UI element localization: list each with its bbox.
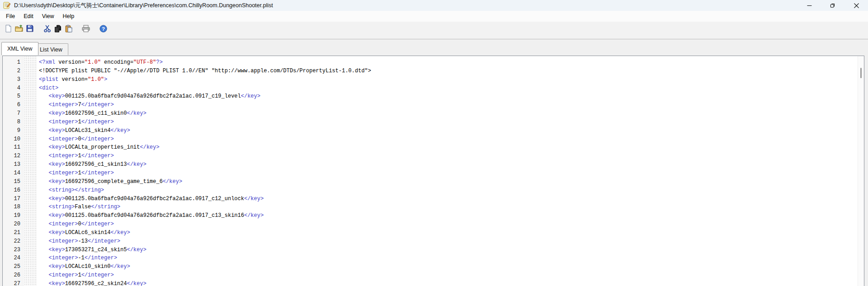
code-line: 12 <integer>1</integer> bbox=[3, 152, 858, 160]
tab-list-view[interactable]: List View bbox=[34, 43, 68, 55]
line-content: <key>166927596_c1_skin13</key> bbox=[24, 160, 147, 169]
code-area[interactable]: 1<?xml version="1.0" encoding="UTF-8"?>2… bbox=[3, 56, 858, 286]
toolbar-button-copy-pages[interactable] bbox=[52, 23, 63, 33]
line-content: <key>001125.0ba6fbafc9d04a76a926dfbc2fa2… bbox=[24, 92, 261, 101]
vertical-scrollbar[interactable] bbox=[858, 56, 864, 286]
line-number: 19 bbox=[3, 211, 24, 220]
line-number: 23 bbox=[3, 246, 24, 254]
line-content: <key>173053271_c24_skin5</key> bbox=[24, 246, 147, 254]
line-number: 14 bbox=[3, 169, 24, 178]
code-line: 3<plist version="1.0"> bbox=[3, 75, 858, 84]
toolbar-button-cut-scissors[interactable] bbox=[42, 23, 52, 33]
code-line: 18 <string>False</string> bbox=[3, 203, 858, 211]
tab-xml-view[interactable]: XML View bbox=[1, 42, 38, 55]
line-number: 10 bbox=[3, 135, 24, 144]
line-number: 7 bbox=[3, 109, 24, 118]
line-number: 16 bbox=[3, 186, 24, 195]
line-number: 26 bbox=[3, 271, 24, 280]
line-content: <integer>1</integer> bbox=[24, 169, 114, 178]
code-line: 13 <key>166927596_c1_skin13</key> bbox=[3, 160, 858, 169]
line-content: <integer>7</integer> bbox=[24, 101, 114, 109]
code-line: 15 <key>166927596_complete_game_time_6</… bbox=[3, 178, 858, 186]
line-content: <string>False</string> bbox=[24, 203, 120, 211]
line-number: 21 bbox=[3, 229, 24, 237]
open-folder-icon bbox=[15, 25, 24, 32]
code-line: 24 <integer>-1</integer> bbox=[3, 254, 858, 263]
line-content: <integer>1</integer> bbox=[24, 152, 114, 160]
line-content: <dict> bbox=[24, 84, 58, 93]
line-content: <integer>-13</integer> bbox=[24, 237, 120, 246]
code-line: 9 <key>LOCALc31_skin4</key> bbox=[3, 127, 858, 135]
cut-scissors-icon bbox=[44, 25, 51, 33]
code-line: 17 <key>001125.0ba6fbafc9d04a76a926dfbc2… bbox=[3, 195, 858, 203]
svg-text:?: ? bbox=[101, 26, 104, 31]
line-number: 1 bbox=[3, 58, 24, 67]
menu-item-help[interactable]: Help bbox=[59, 12, 79, 21]
window-title: D:\Users\sdyth\Desktop\元气骑士\Container\Li… bbox=[14, 2, 273, 9]
menubar: FileEditViewHelp bbox=[0, 11, 868, 22]
line-content: <key>001125.0ba6fbafc9d04a76a926dfbc2fa2… bbox=[24, 195, 264, 203]
code-line: 21 <key>LOCALc6_skin14</key> bbox=[3, 229, 858, 237]
code-line: 4<dict> bbox=[3, 84, 858, 93]
help-icon: ? bbox=[100, 25, 107, 33]
line-number: 15 bbox=[3, 178, 24, 186]
code-line: 20 <integer>0</integer> bbox=[3, 220, 858, 229]
code-line: 16 <string></string> bbox=[3, 186, 858, 195]
line-content: <integer>1</integer> bbox=[24, 271, 114, 280]
new-document-icon bbox=[5, 25, 12, 33]
line-number: 18 bbox=[3, 203, 24, 211]
line-number: 25 bbox=[3, 263, 24, 271]
toolbar-button-save-floppy[interactable] bbox=[24, 23, 35, 33]
code-line: 10 <integer>0</integer> bbox=[3, 135, 858, 144]
line-content: <key>LOCALc10_skin0</key> bbox=[24, 263, 130, 271]
line-number: 13 bbox=[3, 160, 24, 169]
line-content: <integer>1</integer> bbox=[24, 118, 114, 127]
toolbar-button-open-folder[interactable] bbox=[14, 23, 24, 33]
menu-item-view[interactable]: View bbox=[38, 12, 58, 21]
close-icon bbox=[854, 3, 859, 8]
code-line: 27 <key>166927596_c2_skin24</key> bbox=[3, 280, 858, 286]
scrollbar-thumb[interactable] bbox=[860, 68, 862, 78]
xml-editor[interactable]: 1<?xml version="1.0" encoding="UTF-8"?>2… bbox=[2, 56, 864, 286]
line-number: 27 bbox=[3, 280, 24, 286]
line-number: 11 bbox=[3, 143, 24, 152]
paste-clipboard-icon bbox=[65, 25, 72, 33]
toolbar-button-paste-clipboard[interactable] bbox=[63, 23, 74, 33]
menu-item-file[interactable]: File bbox=[2, 12, 19, 21]
minimize-icon bbox=[807, 3, 812, 8]
toolbar-button-print[interactable] bbox=[81, 23, 91, 33]
line-content: <integer>0</integer> bbox=[24, 135, 114, 144]
toolbar: ? bbox=[0, 22, 868, 39]
save-floppy-icon bbox=[26, 25, 33, 32]
minimize-button[interactable] bbox=[797, 0, 821, 11]
line-number: 6 bbox=[3, 101, 24, 109]
editor-panel: 1<?xml version="1.0" encoding="UTF-8"?>2… bbox=[0, 55, 868, 286]
code-line: 25 <key>LOCALc10_skin0</key> bbox=[3, 263, 858, 271]
code-line: 1<?xml version="1.0" encoding="UTF-8"?> bbox=[3, 58, 858, 67]
code-line: 22 <integer>-13</integer> bbox=[3, 237, 858, 246]
app-icon bbox=[3, 2, 10, 9]
line-content: <integer>-1</integer> bbox=[24, 254, 117, 263]
close-button[interactable] bbox=[844, 0, 868, 11]
line-content: <key>166927596_c2_skin24</key> bbox=[24, 280, 147, 286]
line-content: <integer>0</integer> bbox=[24, 220, 114, 229]
line-number: 2 bbox=[3, 67, 24, 75]
window-titlebar: D:\Users\sdyth\Desktop\元气骑士\Container\Li… bbox=[0, 0, 868, 11]
toolbar-button-help[interactable]: ? bbox=[98, 23, 109, 33]
code-line: 23 <key>173053271_c24_skin5</key> bbox=[3, 246, 858, 254]
code-line: 26 <integer>1</integer> bbox=[3, 271, 858, 280]
tab-bar: XML ViewList View bbox=[0, 40, 868, 55]
line-number: 8 bbox=[3, 118, 24, 127]
code-line: 5 <key>001125.0ba6fbafc9d04a76a926dfbc2f… bbox=[3, 92, 858, 101]
line-number: 24 bbox=[3, 254, 24, 263]
toolbar-button-new-document[interactable] bbox=[3, 23, 14, 33]
menu-item-edit[interactable]: Edit bbox=[19, 12, 38, 21]
line-number: 22 bbox=[3, 237, 24, 246]
line-content: <!DOCTYPE plist PUBLIC "-//Apple//DTD PL… bbox=[24, 67, 371, 75]
line-content: <key>LOCALta_properties_init</key> bbox=[24, 143, 159, 152]
line-number: 17 bbox=[3, 195, 24, 203]
maximize-button[interactable] bbox=[821, 0, 844, 11]
line-content: <key>LOCALc6_skin14</key> bbox=[24, 229, 130, 237]
window-controls bbox=[797, 0, 868, 11]
code-line: 11 <key>LOCALta_properties_init</key> bbox=[3, 143, 858, 152]
